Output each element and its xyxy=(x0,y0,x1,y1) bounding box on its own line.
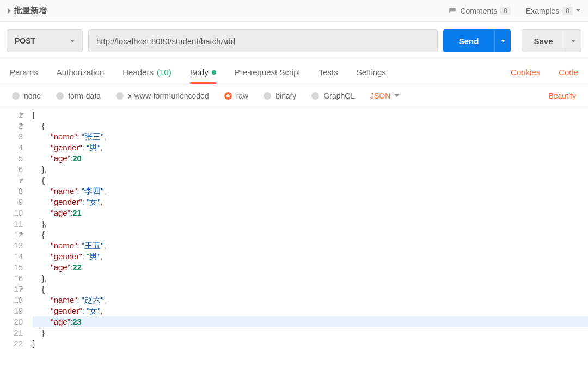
radio-selected-icon xyxy=(224,92,232,100)
tab-tests[interactable]: Tests xyxy=(319,60,338,84)
body-none-radio[interactable]: none xyxy=(12,92,41,100)
radio-icon xyxy=(264,92,271,100)
body-binary-radio[interactable]: binary xyxy=(264,92,296,100)
request-row: POST http://localhost:8080/student/batch… xyxy=(0,22,588,60)
send-options-button[interactable] xyxy=(494,29,511,52)
radio-icon xyxy=(116,92,124,100)
beautify-link[interactable]: Beautify xyxy=(548,92,576,100)
cookies-link[interactable]: Cookies xyxy=(511,68,540,77)
send-button[interactable]: Send xyxy=(443,29,494,52)
tab-authorization[interactable]: Authorization xyxy=(57,60,105,84)
chevron-down-icon xyxy=(395,94,399,97)
body-formdata-label: form-data xyxy=(68,92,101,100)
body-raw-label: raw xyxy=(236,92,249,100)
collapse-triangle-icon[interactable] xyxy=(8,8,11,14)
code-link[interactable]: Code xyxy=(559,68,578,77)
body-content-type-select[interactable]: JSON xyxy=(370,92,399,100)
chevron-down-icon xyxy=(70,40,75,42)
body-type-row: none form-data x-www-form-urlencoded raw… xyxy=(0,84,588,107)
tab-headers-count: (10) xyxy=(157,68,171,77)
examples-label: Examples xyxy=(526,7,559,15)
json-editor[interactable]: 12345678910111213141516171819202122 [ { … xyxy=(0,107,588,378)
tab-settings[interactable]: Settings xyxy=(357,60,386,84)
save-button[interactable]: Save xyxy=(522,29,565,52)
chevron-down-icon xyxy=(576,9,580,12)
url-input[interactable]: http://localhost:8080/student/batchAdd xyxy=(88,29,438,52)
body-formdata-radio[interactable]: form-data xyxy=(56,92,101,100)
chevron-down-icon xyxy=(571,40,575,42)
body-graphql-radio[interactable]: GraphQL xyxy=(311,92,355,100)
comment-icon xyxy=(448,7,457,15)
editor-code[interactable]: [ { "name": "张三", "gender": "男", "age":2… xyxy=(27,107,588,378)
comments-count: 0 xyxy=(500,7,511,15)
body-none-label: none xyxy=(24,92,41,100)
body-graphql-label: GraphQL xyxy=(323,92,355,100)
comments-label: Comments xyxy=(460,7,497,15)
body-modified-dot-icon xyxy=(212,70,216,75)
radio-icon xyxy=(12,92,20,100)
tab-body-label: Body xyxy=(190,68,209,77)
editor-gutter: 12345678910111213141516171819202122 xyxy=(0,107,27,378)
method-value: POST xyxy=(15,36,35,45)
url-value: http://localhost:8080/student/batchAdd xyxy=(96,36,235,46)
tab-headers-label: Headers xyxy=(122,68,154,77)
body-xwww-label: x-www-form-urlencoded xyxy=(128,92,209,100)
radio-icon xyxy=(311,92,319,100)
save-button-group: Save xyxy=(516,29,581,52)
examples-count: 0 xyxy=(562,7,573,15)
tab-body[interactable]: Body xyxy=(190,60,216,84)
body-content-type-value: JSON xyxy=(370,92,390,100)
request-tabs: Params Authorization Headers (10) Body P… xyxy=(0,60,588,84)
body-binary-label: binary xyxy=(275,92,296,100)
tab-headers[interactable]: Headers (10) xyxy=(122,60,171,84)
chevron-down-icon xyxy=(501,40,505,42)
send-button-group: Send xyxy=(443,29,511,52)
radio-icon xyxy=(56,92,64,100)
method-select[interactable]: POST xyxy=(7,29,83,52)
body-raw-radio[interactable]: raw xyxy=(224,92,249,100)
examples-dropdown[interactable]: Examples 0 xyxy=(526,7,580,15)
tab-params[interactable]: Params xyxy=(10,60,38,84)
request-title-bar: 批量新增 Comments 0 Examples 0 xyxy=(0,0,588,22)
tab-prerequest[interactable]: Pre-request Script xyxy=(235,60,301,84)
comments-button[interactable]: Comments 0 xyxy=(448,7,510,15)
body-xwww-radio[interactable]: x-www-form-urlencoded xyxy=(116,92,209,100)
request-title: 批量新增 xyxy=(14,5,47,16)
save-options-button[interactable] xyxy=(565,29,581,52)
